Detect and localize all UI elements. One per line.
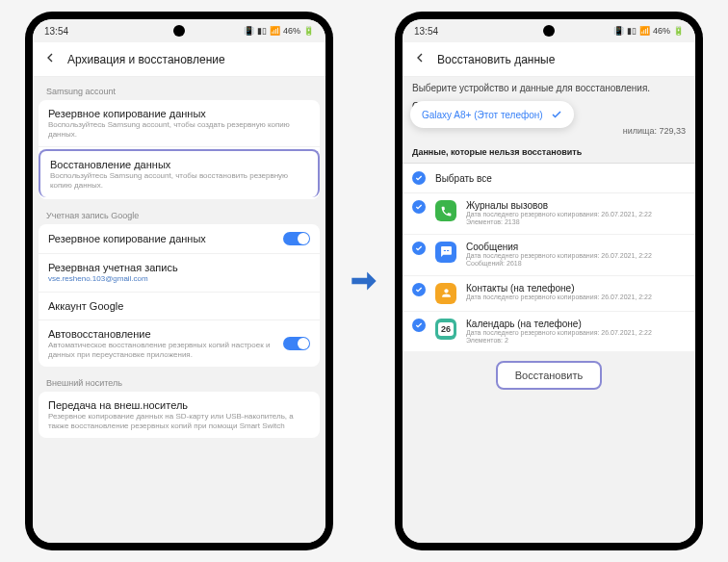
item-g-backup[interactable]: Резервное копирование данных	[39, 224, 320, 254]
content-right[interactable]: Выберите устройство и данные для восстан…	[403, 77, 695, 543]
battery-text-r: 46%	[653, 26, 670, 36]
checkbox-item[interactable]	[412, 319, 426, 332]
arrow-icon	[345, 263, 383, 299]
item-sub2: Элементов: 2	[466, 337, 686, 345]
autorestore-sub: Автоматическое восстановление резервных …	[48, 341, 275, 359]
statusbar-r: 13:54 📳 ▮▯ 📶 46% 🔋	[403, 19, 695, 42]
tab-cannot-restore[interactable]: Данные, которые нельзя восстановить	[403, 141, 695, 164]
battery-icon: 🔋	[303, 26, 314, 36]
contact-icon	[435, 283, 456, 304]
item-backup[interactable]: Резервное копирование данных Воспользуйт…	[39, 100, 320, 147]
item-restore[interactable]: Восстановление данных Воспользуйтесь Sam…	[39, 149, 320, 197]
check-icon	[551, 109, 562, 120]
item-title: Журналы вызовов	[466, 200, 686, 211]
battery-text: 46%	[283, 26, 300, 36]
header: Архивация и восстановление	[33, 42, 325, 77]
restore-button[interactable]: Восстановить	[496, 361, 602, 390]
status-icons: 📳 ▮▯ 📶 46% 🔋	[244, 26, 314, 36]
status-icons-r: 📳 ▮▯ 📶 46% 🔋	[613, 26, 684, 36]
item-sub1: Дата последнего резервного копирования: …	[466, 329, 686, 337]
status-time-r: 13:54	[414, 26, 438, 37]
data-item-3[interactable]: 26 Календарь (на телефоне) Дата последне…	[403, 312, 695, 352]
toggle-g-backup[interactable]	[283, 232, 310, 245]
restore-sub: Воспользуйтесь Samsung account, чтобы во…	[50, 171, 308, 190]
ext-sub: Резервное копирование данных на SD-карту…	[48, 412, 310, 430]
wifi-icon: 📶	[270, 26, 280, 36]
content-left[interactable]: Samsung account Резервное копирование да…	[33, 77, 325, 543]
item-autorestore[interactable]: Автовосстановление Автоматическое восста…	[39, 320, 320, 367]
data-item-0[interactable]: Журналы вызовов Дата последнего резервно…	[403, 193, 695, 235]
checkbox-item[interactable]	[412, 200, 426, 214]
ext-title: Передача на внеш.носитель	[48, 399, 310, 411]
item-title: Сообщения	[466, 242, 686, 252]
storage-text: нилища: 729,33	[403, 126, 695, 141]
item-title: Контакты (на телефоне)	[466, 283, 686, 294]
phone-right: 13:54 📳 ▮▯ 📶 46% 🔋 Восстановить данные В…	[395, 12, 703, 550]
item-sub2: Сообщений: 2618	[466, 260, 686, 268]
device-dropdown-item[interactable]: Galaxy A8+ (Этот телефон)	[410, 101, 574, 128]
checkbox-all[interactable]	[412, 171, 426, 185]
toggle-autorestore[interactable]	[283, 337, 310, 350]
select-all-row[interactable]: Выбрать все	[403, 164, 695, 193]
status-time: 13:54	[44, 26, 68, 37]
signal-icon: ▮▯	[627, 26, 637, 36]
g-acct2-title: Аккаунт Google	[48, 300, 310, 312]
vibrate-icon: 📳	[613, 26, 624, 36]
card-external: Передача на внеш.носитель Резервное копи…	[39, 392, 320, 438]
item-g-account[interactable]: Резервная учетная запись vse.resheno.103…	[39, 254, 320, 293]
card-samsung: Резервное копирование данных Воспользуйт…	[39, 100, 320, 199]
section-external: Внешний носитель	[39, 372, 320, 392]
battery-icon: 🔋	[673, 26, 684, 36]
section-samsung: Samsung account	[39, 81, 320, 100]
item-sub2: Элементов: 2138	[466, 218, 686, 226]
vibrate-icon: 📳	[244, 26, 254, 36]
checkbox-item[interactable]	[412, 283, 426, 296]
header-r: Восстановить данные	[403, 42, 695, 77]
restore-title: Восстановление данных	[50, 159, 308, 170]
phone-left: 13:54 📳 ▮▯ 📶 46% 🔋 Архивация и восстанов…	[25, 12, 333, 550]
intro-text: Выберите устройство и данные для восстан…	[403, 77, 695, 99]
item-sub1: Дата последнего резервного копирования: …	[466, 252, 686, 260]
wifi-icon: 📶	[639, 26, 650, 36]
autorestore-title: Автовосстановление	[48, 328, 275, 340]
item-external[interactable]: Передача на внеш.носитель Резервное копи…	[39, 392, 320, 438]
item-sub1: Дата последнего резервного копирования: …	[466, 294, 686, 301]
page-title: Архивация и восстановление	[67, 53, 225, 66]
checkbox-item[interactable]	[412, 242, 426, 255]
page-title-r: Восстановить данные	[437, 53, 555, 66]
select-all-label: Выбрать все	[435, 173, 492, 184]
item-g-acct2[interactable]: Аккаунт Google	[39, 293, 320, 320]
item-title: Календарь (на телефоне)	[466, 319, 686, 329]
msg-icon	[435, 242, 456, 263]
screen-right: 13:54 📳 ▮▯ 📶 46% 🔋 Восстановить данные В…	[403, 19, 695, 543]
g-account-sub: vse.resheno.103@gmail.com	[48, 274, 310, 284]
item-sub1: Дата последнего резервного копирования: …	[466, 211, 686, 218]
card-google: Резервное копирование данных Резервная у…	[39, 224, 320, 367]
dropdown-label: Galaxy A8+ (Этот телефон)	[422, 110, 543, 120]
data-item-1[interactable]: Сообщения Дата последнего резервного коп…	[403, 235, 695, 276]
back-icon-r[interactable]	[412, 50, 428, 69]
phone-icon	[435, 200, 456, 221]
restore-bar: Восстановить	[403, 351, 695, 399]
backup-sub: Воспользуйтесь Samsung account, чтобы со…	[48, 120, 310, 139]
g-backup-title: Резервное копирование данных	[48, 233, 275, 244]
statusbar: 13:54 📳 ▮▯ 📶 46% 🔋	[33, 19, 325, 42]
signal-icon: ▮▯	[257, 26, 267, 36]
backup-title: Резервное копирование данных	[48, 108, 310, 119]
screen-left: 13:54 📳 ▮▯ 📶 46% 🔋 Архивация и восстанов…	[33, 19, 325, 543]
section-google: Учетная запись Google	[39, 205, 320, 224]
data-item-2[interactable]: Контакты (на телефоне) Дата последнего р…	[403, 276, 695, 312]
back-icon[interactable]	[42, 50, 58, 69]
cal-icon: 26	[435, 319, 456, 340]
g-account-title: Резервная учетная запись	[48, 262, 310, 273]
